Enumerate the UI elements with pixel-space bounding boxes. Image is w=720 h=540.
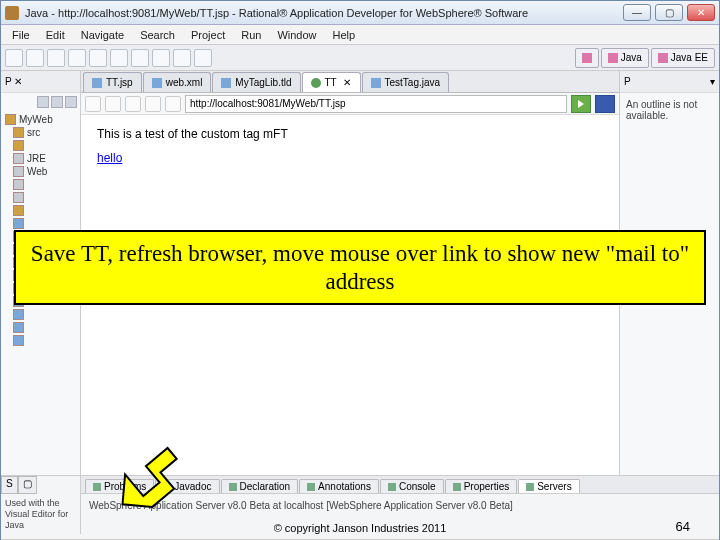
- instruction-callout: Save TT, refresh browser, move mouse ove…: [14, 230, 706, 305]
- close-button[interactable]: ✕: [687, 4, 715, 21]
- tld-icon: [221, 78, 231, 88]
- navigate-button[interactable]: [595, 95, 615, 113]
- toolbar: Java Java EE: [1, 45, 719, 71]
- snippets-tab2[interactable]: ▢: [18, 476, 37, 494]
- tree-node: [3, 204, 78, 217]
- annotations-icon: [307, 483, 315, 491]
- tool-icon[interactable]: [173, 49, 191, 67]
- perspective-icon: [582, 53, 592, 63]
- back-icon[interactable]: [85, 96, 101, 112]
- javaee-perspective-icon: [658, 53, 668, 63]
- pointer-arrow: [120, 442, 190, 512]
- java-perspective-icon: [608, 53, 618, 63]
- perspective-java[interactable]: Java: [601, 48, 649, 68]
- window-title: Java - http://localhost:9081/MyWeb/TT.js…: [25, 7, 623, 19]
- tab-annotations[interactable]: Annotations: [299, 479, 379, 493]
- tab-tt-jsp[interactable]: TT.jsp: [83, 72, 142, 92]
- menu-bar: File Edit Navigate Search Project Run Wi…: [1, 25, 719, 45]
- app-icon: [5, 6, 19, 20]
- save-icon[interactable]: [26, 49, 44, 67]
- link-icon[interactable]: [51, 96, 63, 108]
- editor-tabs: TT.jsp web.xml MyTagLib.tld TT ✕ TestTag…: [81, 71, 619, 93]
- tab-declaration[interactable]: Declaration: [221, 479, 299, 493]
- tree-node: [3, 308, 78, 321]
- window-controls: — ▢ ✕: [623, 4, 715, 21]
- file-icon: [13, 322, 24, 333]
- tab-testtag-java[interactable]: TestTag.java: [362, 72, 450, 92]
- tab-web-xml[interactable]: web.xml: [143, 72, 212, 92]
- home-icon[interactable]: [165, 96, 181, 112]
- file-icon: [13, 335, 24, 346]
- menu-icon[interactable]: [65, 96, 77, 108]
- open-type-icon[interactable]: [152, 49, 170, 67]
- library-icon: [13, 153, 24, 164]
- debug-icon[interactable]: [68, 49, 86, 67]
- menu-edit[interactable]: Edit: [39, 27, 72, 43]
- tab-tt-browser[interactable]: TT ✕: [302, 72, 361, 92]
- tree-node: Web: [3, 165, 78, 178]
- stop-icon[interactable]: [125, 96, 141, 112]
- go-button[interactable]: [571, 95, 591, 113]
- file-icon: [13, 309, 24, 320]
- servers-icon: [526, 483, 534, 491]
- left-tab[interactable]: P ✕: [1, 71, 80, 93]
- build-icon[interactable]: [110, 49, 128, 67]
- menu-run[interactable]: Run: [234, 27, 268, 43]
- declaration-icon: [229, 483, 237, 491]
- tab-servers[interactable]: Servers: [518, 479, 579, 493]
- outline-text: An outline is not available.: [620, 93, 719, 127]
- snippets-text: Used with the Visual Editor for Java: [1, 494, 80, 534]
- problems-icon: [93, 483, 101, 491]
- open-perspective-button[interactable]: [575, 48, 599, 68]
- menu-navigate[interactable]: Navigate: [74, 27, 131, 43]
- print-icon[interactable]: [47, 49, 65, 67]
- menu-help[interactable]: Help: [326, 27, 363, 43]
- maximize-button[interactable]: ▢: [655, 4, 683, 21]
- menu-search[interactable]: Search: [133, 27, 182, 43]
- folder-icon: [13, 140, 24, 151]
- refresh-icon[interactable]: [145, 96, 161, 112]
- tool2-icon[interactable]: [194, 49, 212, 67]
- copyright-text: © copyright Janson Industries 2011: [274, 522, 447, 534]
- properties-icon: [453, 483, 461, 491]
- tree-node: [3, 191, 78, 204]
- title-bar: Java - http://localhost:9081/MyWeb/TT.js…: [1, 1, 719, 25]
- java-icon: [371, 78, 381, 88]
- minimize-button[interactable]: —: [623, 4, 651, 21]
- search2-icon[interactable]: [131, 49, 149, 67]
- hello-link[interactable]: hello: [97, 151, 122, 165]
- collapse-icon[interactable]: [37, 96, 49, 108]
- url-input[interactable]: [185, 95, 567, 113]
- tree-node: [3, 139, 78, 152]
- snippets-panel: S▢ Used with the Visual Editor for Java: [1, 476, 81, 534]
- snippets-tab[interactable]: S: [1, 476, 18, 494]
- menu-file[interactable]: File: [5, 27, 37, 43]
- menu-window[interactable]: Window: [270, 27, 323, 43]
- tree-node: [3, 334, 78, 347]
- perspective-javaee[interactable]: Java EE: [651, 48, 715, 68]
- console-icon: [388, 483, 396, 491]
- project-icon: [5, 114, 16, 125]
- browser-toolbar: [81, 93, 619, 115]
- slide-number: 64: [676, 519, 690, 534]
- menu-project[interactable]: Project: [184, 27, 232, 43]
- panel-menu-icon[interactable]: ▾: [710, 76, 715, 87]
- forward-icon[interactable]: [105, 96, 121, 112]
- tab-console[interactable]: Console: [380, 479, 444, 493]
- jsp-icon: [92, 78, 102, 88]
- page-text: This is a test of the custom tag mFT: [97, 127, 603, 141]
- library-icon: [13, 192, 24, 203]
- svg-marker-0: [122, 444, 177, 508]
- tab-taglib[interactable]: MyTagLib.tld: [212, 72, 300, 92]
- run-icon[interactable]: [89, 49, 107, 67]
- library-icon: [13, 166, 24, 177]
- tab-properties[interactable]: Properties: [445, 479, 518, 493]
- right-tab[interactable]: P ▾: [620, 71, 719, 93]
- folder-icon: [13, 127, 24, 138]
- tree-node: [3, 178, 78, 191]
- xml-icon: [152, 78, 162, 88]
- tree-node: src: [3, 126, 78, 139]
- new-icon[interactable]: [5, 49, 23, 67]
- folder-icon: [13, 205, 24, 216]
- tree-node: [3, 321, 78, 334]
